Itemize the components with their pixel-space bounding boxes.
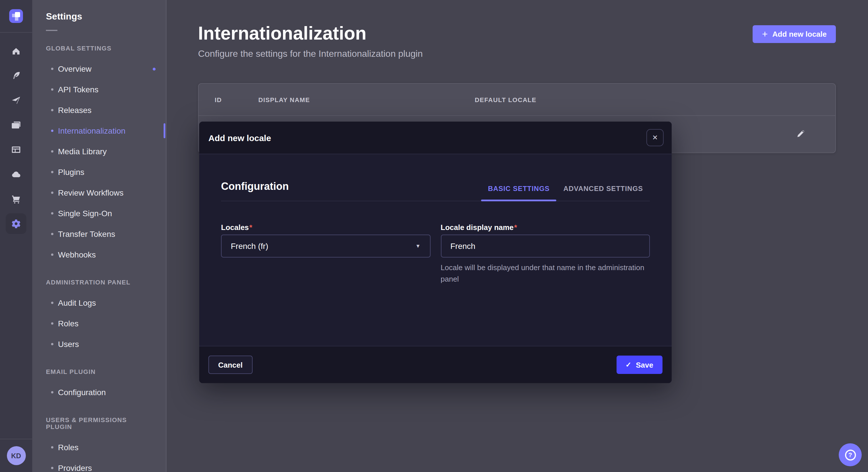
strapi-logo	[9, 9, 23, 23]
bullet-icon	[51, 150, 53, 153]
bullet-icon	[51, 302, 53, 304]
cart-icon[interactable]	[6, 189, 26, 209]
sidebar-item-admin-users[interactable]: Users	[32, 334, 166, 355]
sidebar-item-label: Users	[58, 339, 79, 349]
tab-basic-settings[interactable]: BASIC SETTINGS	[481, 185, 557, 201]
sidebar-item-label: Review Workflows	[58, 188, 123, 197]
close-icon[interactable]: ✕	[646, 129, 663, 146]
layout-icon[interactable]	[6, 139, 26, 160]
bullet-icon	[51, 343, 53, 345]
cancel-button[interactable]: Cancel	[208, 356, 252, 374]
paper-plane-icon[interactable]	[6, 90, 26, 111]
configuration-title: Configuration	[221, 181, 289, 193]
sidebar-item-single-sign-on[interactable]: Single Sign-On	[32, 203, 166, 224]
sidebar-item-label: Releases	[58, 105, 92, 115]
sidebar-item-plugins[interactable]: Plugins	[32, 162, 166, 182]
sidebar-item-up-roles[interactable]: Roles	[32, 437, 166, 458]
save-button[interactable]: ✓ Save	[616, 356, 662, 374]
sidebar-item-label: Media Library	[58, 147, 107, 156]
column-header-display-name: DISPLAY NAME	[258, 96, 475, 103]
bullet-icon	[51, 109, 53, 111]
column-header-id: ID	[215, 96, 258, 103]
page-title: Internationalization	[198, 23, 836, 44]
page-header: Internationalization Configure the setti…	[166, 0, 868, 59]
avatar[interactable]: KD	[7, 446, 26, 465]
locales-label: Locales*	[221, 223, 430, 232]
modal-header: Add new locale ✕	[199, 122, 672, 154]
check-icon: ✓	[625, 361, 631, 369]
question-mark-icon: ?	[845, 449, 856, 460]
sidebar-item-webhooks[interactable]: Webhooks	[32, 244, 166, 265]
rail-footer: KD	[0, 439, 32, 472]
modal-body: Configuration BASIC SETTINGS ADVANCED SE…	[199, 181, 672, 346]
add-new-locale-modal: Add new locale ✕ Configuration BASIC SET…	[199, 122, 672, 383]
sidebar-item-admin-roles[interactable]: Roles	[32, 313, 166, 334]
sidebar-item-internationalization[interactable]: Internationalization	[32, 121, 166, 141]
add-new-locale-label: Add new locale	[772, 30, 827, 38]
notification-dot	[153, 67, 156, 70]
sidebar-item-api-tokens[interactable]: API Tokens	[32, 79, 166, 100]
bullet-icon	[51, 446, 53, 448]
locales-field: Locales* French (fr) ▼	[221, 223, 430, 284]
sidebar-item-review-workflows[interactable]: Review Workflows	[32, 182, 166, 203]
gear-icon[interactable]	[6, 213, 26, 234]
display-name-input[interactable]	[441, 235, 650, 258]
sidebar-item-label: Internationalization	[58, 126, 125, 135]
sidebar-item-media-library[interactable]: Media Library	[32, 141, 166, 162]
sidebar-item-label: Providers	[58, 463, 92, 472]
column-header-default-locale: DEFAULT LOCALE	[475, 96, 835, 103]
home-icon[interactable]	[6, 41, 26, 61]
tab-advanced-settings[interactable]: ADVANCED SETTINGS	[557, 185, 650, 201]
sidebar-item-transfer-tokens[interactable]: Transfer Tokens	[32, 224, 166, 244]
subnav-header: Settings	[32, 0, 166, 31]
modal-title: Add new locale	[208, 133, 271, 142]
active-indicator-bar	[164, 123, 165, 138]
sidebar-item-label: Single Sign-On	[58, 209, 112, 218]
sidebar-item-label: Webhooks	[58, 250, 96, 259]
main-nav-rail: KD	[0, 0, 33, 472]
add-new-locale-button[interactable]: + Add new locale	[753, 25, 836, 43]
media-pictures-icon[interactable]	[6, 115, 26, 135]
feather-icon[interactable]	[6, 65, 26, 86]
rail-icon-nav	[0, 33, 32, 439]
locales-select[interactable]: French (fr) ▼	[221, 235, 430, 258]
sidebar-item-audit-logs[interactable]: Audit Logs	[32, 293, 166, 313]
display-name-hint: Locale will be displayed under that name…	[441, 262, 647, 284]
required-asterisk: *	[249, 223, 252, 232]
sidebar-item-releases[interactable]: Releases	[32, 100, 166, 121]
page-subtitle: Configure the settings for the Internati…	[198, 49, 836, 59]
bullet-icon	[51, 212, 53, 214]
sidebar-item-label: Configuration	[58, 388, 106, 397]
bullet-icon	[51, 322, 53, 325]
sidebar-item-label: Roles	[58, 443, 79, 452]
sidebar-item-up-providers[interactable]: Providers	[32, 458, 166, 472]
plus-icon: +	[762, 29, 768, 39]
sidebar-item-label: Audit Logs	[58, 298, 96, 307]
subnav-title-rule	[46, 30, 57, 31]
bullet-icon	[51, 467, 53, 469]
cloud-icon[interactable]	[6, 164, 26, 185]
strapi-logo-box[interactable]	[0, 0, 32, 33]
bullet-icon	[51, 130, 53, 132]
edit-pencil-icon[interactable]	[794, 127, 808, 142]
section-header-email-plugin: EMAIL PLUGIN	[32, 368, 166, 375]
section-header-users-permissions-plugin: USERS & PERMISSIONS PLUGIN	[32, 416, 166, 430]
sidebar-item-label: Overview	[58, 64, 92, 73]
sidebar-item-label: Roles	[58, 319, 79, 328]
settings-subnav: Settings GLOBAL SETTINGS Overview API To…	[32, 0, 166, 472]
sidebar-item-email-configuration[interactable]: Configuration	[32, 382, 166, 403]
chevron-down-icon: ▼	[415, 243, 421, 249]
required-asterisk: *	[514, 223, 517, 232]
bullet-icon	[51, 88, 53, 91]
section-header-administration-panel: ADMINISTRATION PANEL	[32, 279, 166, 285]
sidebar-item-overview[interactable]: Overview	[32, 59, 166, 79]
subnav-title: Settings	[46, 11, 152, 22]
help-button[interactable]: ?	[839, 443, 862, 466]
display-name-label: Locale display name*	[441, 223, 650, 232]
app-root: KD Settings GLOBAL SETTINGS Overview API…	[0, 0, 868, 472]
sidebar-item-label: API Tokens	[58, 85, 98, 94]
display-name-field: Locale display name* Locale will be disp…	[441, 223, 650, 284]
bullet-icon	[51, 391, 53, 394]
modal-tabs: BASIC SETTINGS ADVANCED SETTINGS	[481, 185, 650, 201]
bullet-icon	[51, 68, 53, 70]
